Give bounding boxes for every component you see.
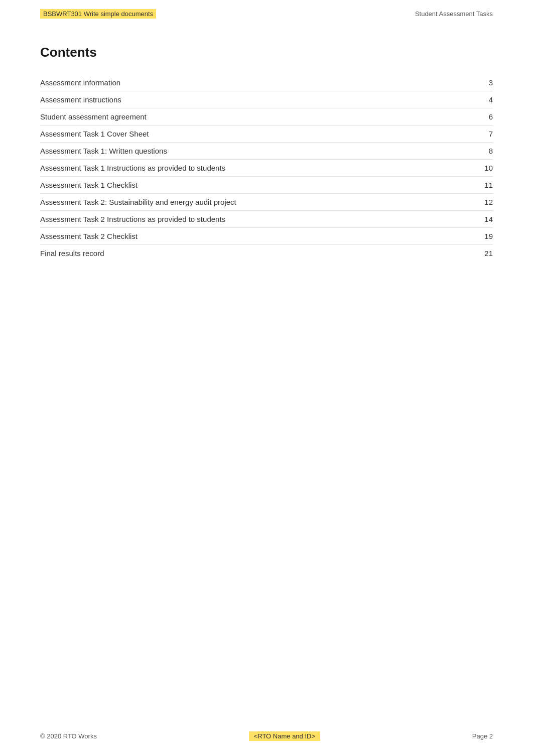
toc-item-page: 14 — [425, 211, 493, 228]
toc-item-label: Assessment Task 1 Cover Sheet — [40, 125, 425, 143]
toc-item-page: 21 — [425, 245, 493, 262]
toc-item-page: 7 — [425, 125, 493, 143]
toc-row: Assessment Task 1 Cover Sheet7 — [40, 125, 493, 143]
toc-row: Assessment Task 2: Sustainability and en… — [40, 194, 493, 211]
toc-item-label: Final results record — [40, 245, 425, 262]
toc-row: Assessment Task 1: Written questions8 — [40, 143, 493, 160]
toc-row: Student assessment agreement6 — [40, 108, 493, 125]
header-course-label: BSBWRT301 Write simple documents — [40, 9, 156, 19]
toc-row: Final results record21 — [40, 245, 493, 262]
page: BSBWRT301 Write simple documents Student… — [0, 0, 533, 756]
footer-center: <RTO Name and ID> — [249, 731, 320, 741]
toc-item-label: Assessment information — [40, 74, 425, 91]
page-title: Contents — [40, 45, 493, 60]
toc-item-label: Assessment Task 1 Instructions as provid… — [40, 160, 425, 177]
header: BSBWRT301 Write simple documents Student… — [0, 0, 533, 25]
header-document-label: Student Assessment Tasks — [415, 10, 493, 18]
footer-right: Page 2 — [472, 732, 493, 740]
toc-item-page: 4 — [425, 91, 493, 108]
toc-item-label: Assessment Task 2 Checklist — [40, 228, 425, 245]
footer-left: © 2020 RTO Works — [40, 732, 97, 740]
toc-item-label: Assessment Task 1 Checklist — [40, 177, 425, 194]
toc-item-page: 19 — [425, 228, 493, 245]
toc-table: Assessment information3Assessment instru… — [40, 74, 493, 262]
toc-item-page: 6 — [425, 108, 493, 125]
toc-item-page: 8 — [425, 143, 493, 160]
toc-item-page: 3 — [425, 74, 493, 91]
main-content: Contents Assessment information3Assessme… — [0, 25, 533, 292]
toc-item-label: Assessment instructions — [40, 91, 425, 108]
toc-row: Assessment Task 1 Checklist11 — [40, 177, 493, 194]
toc-item-page: 12 — [425, 194, 493, 211]
toc-row: Assessment Task 2 Instructions as provid… — [40, 211, 493, 228]
toc-item-label: Assessment Task 2: Sustainability and en… — [40, 194, 425, 211]
toc-item-page: 11 — [425, 177, 493, 194]
toc-row: Assessment instructions4 — [40, 91, 493, 108]
toc-row: Assessment Task 1 Instructions as provid… — [40, 160, 493, 177]
toc-row: Assessment information3 — [40, 74, 493, 91]
toc-item-page: 10 — [425, 160, 493, 177]
toc-item-label: Student assessment agreement — [40, 108, 425, 125]
toc-item-label: Assessment Task 2 Instructions as provid… — [40, 211, 425, 228]
footer: © 2020 RTO Works <RTO Name and ID> Page … — [0, 731, 533, 741]
toc-row: Assessment Task 2 Checklist19 — [40, 228, 493, 245]
toc-item-label: Assessment Task 1: Written questions — [40, 143, 425, 160]
